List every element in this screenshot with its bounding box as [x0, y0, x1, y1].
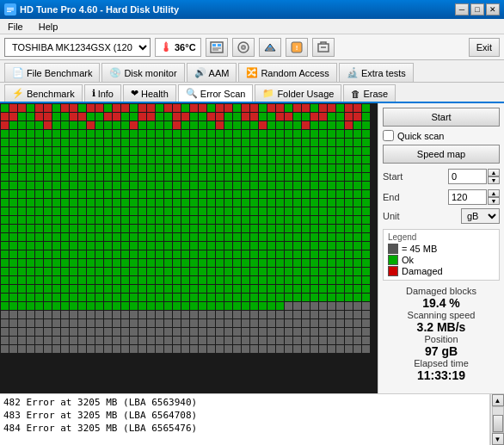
start-spin-down[interactable]: ▼ [488, 176, 500, 184]
tab-extra-tests[interactable]: 🔬 Extra tests [339, 63, 414, 82]
window-controls: ─ □ ✕ [455, 3, 500, 15]
legend-item-damaged: Damaged [388, 266, 495, 276]
log-entry-0: 482 Error at 3205 MB (LBA 6563940) [2, 396, 488, 409]
unit-select[interactable]: gB MB [461, 208, 500, 224]
scroll-track [492, 406, 504, 433]
tab-random-access[interactable]: 🔀 Random Access [238, 63, 336, 82]
start-value-box: ▲ ▼ [448, 169, 500, 184]
legend-label-ok: Ok [402, 255, 414, 265]
extra-tests-icon: 🔬 [347, 67, 359, 78]
toolbar-btn-4[interactable]: ! [286, 38, 308, 57]
tab-benchmark[interactable]: ⚡ Benchmark [4, 84, 83, 102]
svg-rect-2 [7, 9, 14, 10]
damaged-blocks-label: Damaged blocks [383, 286, 500, 296]
legend-color-gray [388, 244, 398, 254]
temperature-value: 36°C [175, 42, 196, 53]
legend-item-ok: Ok [388, 255, 495, 265]
toolbar-btn-5[interactable] [312, 38, 335, 57]
tab-disk-monitor[interactable]: 💿 Disk monitor [101, 63, 184, 82]
position-value: 97 gB [383, 344, 500, 358]
window-title: HD Tune Pro 4.60 - Hard Disk Utility [20, 4, 179, 15]
menu-help[interactable]: Help [35, 21, 62, 33]
aam-icon: 🔊 [194, 67, 206, 78]
disk-scan-canvas [0, 103, 376, 359]
tab-folder-usage[interactable]: 📁 Folder Usage [255, 84, 341, 102]
tab-error-scan[interactable]: 🔍 Error Scan [178, 84, 254, 102]
legend-color-green [388, 255, 398, 265]
toolbar-btn-2[interactable] [232, 38, 255, 57]
scroll-up-button[interactable]: ▲ [492, 394, 504, 406]
health-icon: ❤ [131, 88, 138, 99]
svg-rect-6 [218, 44, 221, 46]
stats-box: Damaged blocks 19.4 % Scanning speed 3.2… [383, 286, 500, 382]
tabs-row-2: ⚡ Benchmark ℹ Info ❤ Health 🔍 Error Scan… [0, 83, 504, 103]
legend-color-red [388, 266, 398, 276]
disk-grid-area [0, 103, 378, 393]
info-icon: ℹ [92, 88, 95, 99]
elapsed-value: 11:33:19 [383, 368, 500, 382]
start-button[interactable]: Start [383, 108, 500, 127]
menu-file[interactable]: File [4, 21, 27, 33]
tab-file-benchmark[interactable]: 📄 File Benchmark [4, 63, 100, 82]
start-spinners: ▲ ▼ [488, 169, 500, 184]
title-bar: HD Tune Pro 4.60 - Hard Disk Utility ─ □… [0, 0, 504, 19]
log-scrollbar: ▲ ▼ [490, 394, 504, 445]
menu-bar: File Help [0, 19, 504, 34]
close-button[interactable]: ✕ [486, 3, 500, 15]
benchmark-icon: ⚡ [12, 88, 24, 99]
folder-usage-icon: 📁 [262, 88, 274, 99]
main-content: Start Quick scan Speed map Start ▲ ▼ End [0, 103, 504, 393]
thermometer-icon: 🌡 [160, 40, 172, 54]
svg-rect-4 [211, 42, 223, 53]
damaged-blocks-value: 19.4 % [383, 296, 500, 310]
speed-map-button[interactable]: Speed map [383, 145, 500, 164]
scroll-down-button[interactable]: ▼ [492, 433, 504, 445]
svg-text:!: ! [295, 44, 298, 52]
start-param-row: Start ▲ ▼ [383, 169, 500, 184]
end-spin-down[interactable]: ▼ [488, 197, 500, 205]
legend-label-45mb: = 45 MB [402, 244, 437, 254]
unit-row: Unit gB MB [383, 208, 500, 224]
svg-point-11 [243, 46, 244, 48]
erase-icon: 🗑 [351, 89, 360, 99]
disk-monitor-icon: 💿 [109, 67, 121, 78]
right-panel: Start Quick scan Speed map Start ▲ ▼ End [378, 103, 504, 393]
end-spin-up[interactable]: ▲ [488, 189, 500, 197]
error-scan-icon: 🔍 [186, 88, 198, 99]
end-input[interactable] [448, 189, 487, 205]
unit-param-label: Unit [383, 211, 400, 221]
svg-rect-3 [7, 11, 11, 12]
legend-box: Legend = 45 MB Ok Damaged [383, 229, 500, 281]
svg-rect-1 [7, 8, 14, 9]
end-value-box: ▲ ▼ [448, 189, 500, 205]
legend-label-damaged: Damaged [402, 266, 443, 276]
toolbar-btn-3[interactable] [259, 38, 281, 57]
elapsed-label: Elapsed time [383, 358, 500, 368]
end-param-label: End [383, 192, 400, 202]
scanning-speed-label: Scanning speed [383, 310, 500, 320]
end-spinners: ▲ ▼ [488, 189, 500, 205]
tab-aam[interactable]: 🔊 AAM [187, 63, 237, 82]
svg-rect-12 [267, 47, 273, 51]
tabs-row-1: 📄 File Benchmark 💿 Disk monitor 🔊 AAM 🔀 … [0, 60, 504, 83]
position-label: Position [383, 334, 500, 344]
minimize-button[interactable]: ─ [455, 3, 469, 15]
tab-erase[interactable]: 🗑 Erase [343, 84, 396, 102]
scroll-thumb[interactable] [493, 415, 503, 432]
log-entry-1: 483 Error at 3205 MB (LBA 6564708) [2, 409, 488, 422]
start-input[interactable] [448, 169, 487, 184]
exit-button[interactable]: Exit [469, 38, 500, 57]
end-param-row: End ▲ ▼ [383, 189, 500, 205]
start-param-label: Start [383, 171, 403, 182]
quick-scan-row: Quick scan [383, 130, 500, 141]
tab-health[interactable]: ❤ Health [123, 84, 176, 102]
file-benchmark-icon: 📄 [12, 67, 24, 78]
toolbar-btn-1[interactable] [206, 38, 228, 57]
drive-select[interactable]: TOSHIBA MK1234GSX (120 gB) [4, 38, 151, 57]
start-spin-up[interactable]: ▲ [488, 169, 500, 176]
svg-rect-5 [212, 44, 216, 46]
restore-button[interactable]: □ [470, 3, 484, 15]
app-icon [4, 3, 16, 15]
quick-scan-checkbox[interactable] [383, 130, 394, 141]
tab-info[interactable]: ℹ Info [84, 84, 121, 102]
